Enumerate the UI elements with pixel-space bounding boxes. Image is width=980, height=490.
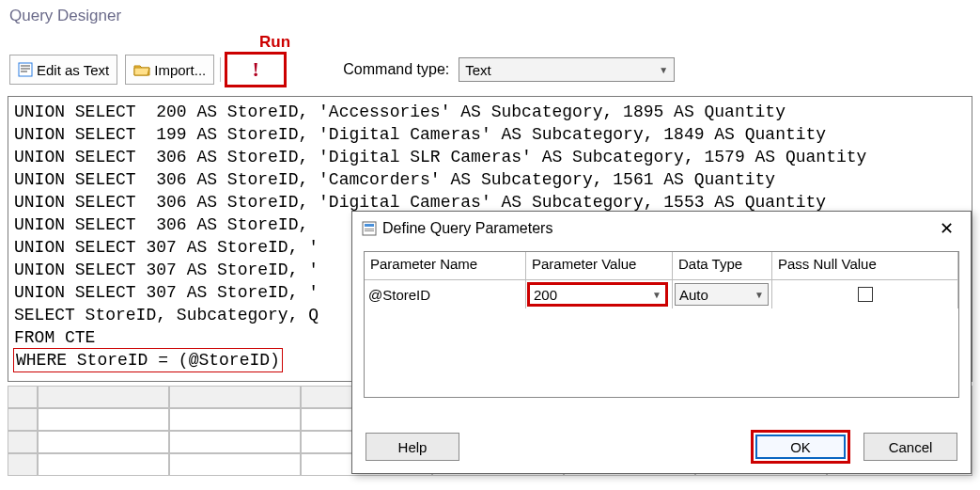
import-button[interactable]: Import... [125, 55, 214, 85]
param-name-cell: @StoreID [365, 280, 526, 308]
param-type-combo[interactable]: Auto ▼ [675, 283, 769, 306]
dialog-body: Parameter Name Parameter Value Data Type… [352, 245, 971, 398]
chevron-down-icon: ▼ [754, 290, 764, 300]
sql-where-highlight: WHERE StoreID = (@StoreID) [14, 349, 282, 371]
toolbar-divider [220, 57, 221, 82]
chevron-down-icon: ▼ [652, 290, 661, 300]
import-label: Import... [154, 62, 206, 78]
dialog-title: Define Query Parameters [382, 220, 552, 237]
define-query-parameters-dialog: Define Query Parameters ✕ Parameter Name… [351, 211, 972, 474]
parameter-row: @StoreID 200 ▼ Auto ▼ [365, 280, 958, 308]
folder-open-icon [133, 63, 150, 76]
grid-cell [38, 431, 169, 453]
param-value-combo[interactable]: 200 ▼ [527, 282, 668, 307]
help-button[interactable]: Help [366, 433, 459, 461]
parameter-grid: Parameter Name Parameter Value Data Type… [364, 251, 959, 398]
title-bar: Query Designer [0, 0, 980, 32]
dialog-icon [362, 221, 377, 236]
svg-rect-3 [365, 229, 374, 229]
parameter-grid-header: Parameter Name Parameter Value Data Type… [365, 252, 958, 280]
edit-text-icon [18, 62, 33, 77]
svg-rect-2 [365, 224, 374, 227]
dialog-button-bar: Help OK Cancel [366, 430, 957, 464]
grid-row-header [8, 408, 38, 431]
run-exclaim-icon: ! [253, 57, 259, 82]
command-type-select[interactable]: Text ▼ [459, 57, 675, 82]
edit-as-text-button[interactable]: Edit as Text [9, 55, 117, 85]
run-annotation: Run [259, 33, 290, 52]
param-value-text: 200 [534, 287, 557, 303]
grid-cell [169, 408, 301, 431]
grid-corner [8, 386, 38, 408]
command-type-value: Text [465, 62, 491, 78]
svg-rect-4 [365, 230, 374, 231]
chevron-down-icon: ▼ [659, 65, 668, 75]
grid-row-header [8, 431, 38, 453]
col-header-type: Data Type [673, 252, 772, 280]
svg-rect-0 [19, 63, 32, 76]
run-button[interactable]: ! [225, 52, 287, 87]
toolbar: Edit as Text Import... ! Command type: T… [4, 51, 976, 88]
grid-cell [169, 453, 301, 476]
grid-cell [169, 431, 301, 453]
col-header-value: Parameter Value [526, 252, 673, 280]
grid-cell [38, 453, 169, 476]
param-type-text: Auto [679, 287, 708, 303]
dialog-title-bar: Define Query Parameters ✕ [352, 212, 971, 245]
edit-as-text-label: Edit as Text [37, 62, 109, 78]
grid-header [169, 386, 301, 408]
window-title: Query Designer [9, 7, 121, 25]
col-header-null: Pass Null Value [772, 252, 958, 280]
grid-header [38, 386, 169, 408]
cancel-button[interactable]: Cancel [863, 433, 957, 461]
col-header-name: Parameter Name [365, 252, 526, 280]
grid-row-header [8, 453, 38, 476]
ok-highlight: OK [751, 430, 850, 464]
close-icon[interactable]: ✕ [932, 214, 961, 243]
ok-button[interactable]: OK [755, 435, 846, 459]
grid-cell [38, 408, 169, 431]
pass-null-checkbox[interactable] [858, 287, 873, 302]
command-type-label: Command type: [343, 61, 449, 78]
query-designer-window: Query Designer Run Edit as Text Import..… [0, 0, 980, 490]
